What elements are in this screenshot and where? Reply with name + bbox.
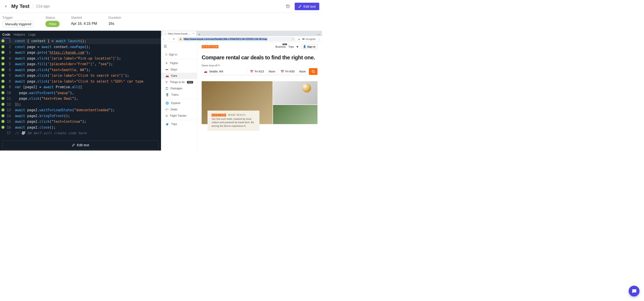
tab-logs[interactable]: Logs [28, 32, 36, 38]
dropoff-selector[interactable]: Same drop-off▾ [202, 64, 318, 67]
svg-line-1 [314, 72, 314, 73]
pencil-icon [298, 5, 302, 8]
car-icon: 🚗 [166, 74, 169, 77]
code-line: 16 await page2.close(); [0, 125, 161, 131]
promo-brand: MIAMI BEACH [228, 114, 246, 116]
new-tab-button[interactable]: + [197, 32, 202, 36]
pass-icon [1, 120, 4, 123]
age-label: 11d ago [36, 4, 50, 8]
line-number: 9 [6, 84, 14, 90]
line-number: 16 [6, 125, 14, 131]
code-line: 9 var [page2] = await Promise.all([ [0, 84, 161, 90]
line-number: 3 [6, 50, 14, 56]
code-tabs: Code Helpers Logs [0, 31, 161, 38]
code-line: 5 await page.fill('[placeholder="From?"]… [0, 61, 161, 67]
line-number: 15 [6, 119, 14, 125]
browser-tabstrip: ◌ https://www.kayak.com/ca × + — [161, 31, 322, 36]
promo-image-main: KAYAK MIAMI BEACH Our first ever hotel, … [202, 81, 272, 124]
line-number: 5 [6, 61, 14, 67]
code-line: 11 page.click("text=View Deal"), [0, 96, 161, 102]
promo-image-top [273, 81, 318, 104]
search-form: 🚗Seattle, WA 📅Fri 4/23 Noon 📅Fri 4/30 No… [202, 68, 318, 75]
line-number: 12 [6, 102, 14, 108]
browser-stop-icon[interactable]: ✕ [172, 37, 176, 41]
address-bar[interactable]: 🔒 https://www.kayak.com/cars/Seattle,WA-… [177, 37, 296, 41]
close-tab-icon[interactable]: × [193, 32, 194, 35]
page-content: ☰ ⎘ Sign in ✈Flights 🛏Stays 🚗Cars ⚲Thing… [161, 42, 322, 150]
back-button[interactable] [3, 3, 9, 9]
top-signin[interactable]: 👤Sign in [301, 44, 318, 49]
tab-helpers[interactable]: Helpers [14, 32, 25, 38]
heart-icon[interactable]: ♥ [296, 45, 298, 48]
calendar-icon: 📅 [281, 70, 284, 73]
status-badge: Pass [46, 21, 60, 27]
nav-flights[interactable]: ✈Flights [161, 60, 197, 66]
plane-icon: ✈ [166, 62, 168, 65]
minimize-icon[interactable]: — [317, 32, 320, 36]
code-line: 6 await page.click("text=Seattle, WA"); [0, 67, 161, 73]
nav-packages[interactable]: ⛱Packages [161, 85, 197, 92]
address-text: https://www.kayak.com/cars/Seattle,WA-c7… [184, 38, 267, 40]
browser-tab[interactable]: ◌ https://www.kayak.com/ca × [162, 31, 196, 36]
lock-icon: 🔒 [179, 37, 182, 40]
edit-test-inline-button[interactable]: Edit test [2, 141, 159, 149]
code-line: 8 await page.click('[aria-label="Click t… [0, 79, 161, 85]
pass-icon [1, 51, 4, 54]
edit-test-label: Edit test [304, 4, 316, 8]
nav-stays[interactable]: 🛏Stays [161, 66, 197, 73]
nav-cars[interactable]: 🚗Cars [161, 73, 197, 79]
sidebar-signin[interactable]: ⎘ Sign in [161, 51, 197, 59]
spinner-icon: ◌ [164, 32, 166, 35]
search-icon [312, 70, 315, 73]
new-badge: NEW [187, 81, 193, 83]
location-input[interactable]: 🚗Seattle, WA [202, 68, 247, 75]
dropoff-date[interactable]: 📅Fri 4/30 Noon [278, 68, 308, 75]
search-button[interactable] [309, 68, 318, 75]
kayak-logo: KAYAK [202, 45, 218, 48]
tab-code[interactable]: Code [2, 32, 10, 38]
code-line: 13 await page2.waitForLoadState("domcont… [0, 107, 161, 113]
code-editor[interactable]: 1 const { context } = await launch(); 2 … [0, 38, 161, 138]
top-trips[interactable]: Trips [288, 45, 294, 48]
star-icon[interactable]: ☆ [292, 37, 294, 41]
nav-tracker[interactable]: ◎Flight Tracker [161, 113, 197, 119]
code-line: 10 page.waitForEvent("popup"), [0, 90, 161, 96]
pass-icon [1, 97, 4, 100]
signpost-icon: ⚲ [166, 80, 168, 84]
line-number: 6 [6, 67, 14, 73]
promo-image-bot [273, 105, 318, 124]
pass-icon [1, 57, 4, 60]
pass-icon [1, 80, 4, 83]
code-line: 1 const { context } = await launch(); [0, 38, 161, 44]
edit-test-button[interactable]: Edit test [295, 3, 319, 10]
suitcase-icon: 🧳 [166, 122, 169, 126]
nav-trips[interactable]: 🧳Trips [161, 121, 197, 127]
svg-point-0 [312, 70, 314, 72]
code-line: 14 await page2.bringToFront(); [0, 113, 161, 119]
browser-menu-icon[interactable]: ⋮ [318, 37, 321, 41]
umbrella-icon: ⛱ [166, 87, 168, 90]
pass-icon [1, 103, 4, 106]
kayak-headline: Compare rental car deals to find the rig… [202, 54, 318, 61]
nav-things[interactable]: ⚲Things to doNEW [161, 79, 197, 85]
line-number: 11 [6, 96, 14, 102]
pickup-date[interactable]: 📅Fri 4/23 Noon [248, 68, 277, 75]
new-badge: New [282, 43, 287, 45]
status-label: Status [46, 15, 60, 19]
extension-icon[interactable]: ▲ [298, 37, 300, 41]
top-business[interactable]: BusinessNew [276, 45, 286, 48]
kayak-logo: KAYAK MIAMI BEACH [212, 114, 256, 116]
nav-explore[interactable]: 🌐Explore [161, 100, 197, 106]
tag-icon: 🏷 [166, 108, 168, 111]
run-history-button[interactable] [284, 3, 292, 10]
browser-forward-icon[interactable]: → [167, 37, 170, 41]
browser-back-icon[interactable]: ← [162, 37, 166, 41]
incognito-icon: 🕶 [302, 38, 304, 40]
hamburger-icon[interactable]: ☰ [161, 42, 197, 51]
pass-icon [1, 45, 4, 48]
nav-deals[interactable]: 🏷Deals [161, 106, 197, 113]
user-icon: 👤 [303, 45, 306, 48]
kayak-main: KAYAK BusinessNew Trips ♥ 👤Sign in Compa… [197, 42, 322, 150]
nav-trains[interactable]: 🚆Trains [161, 92, 197, 98]
code-panel: Code Helpers Logs 1 const { context } = … [0, 31, 161, 150]
